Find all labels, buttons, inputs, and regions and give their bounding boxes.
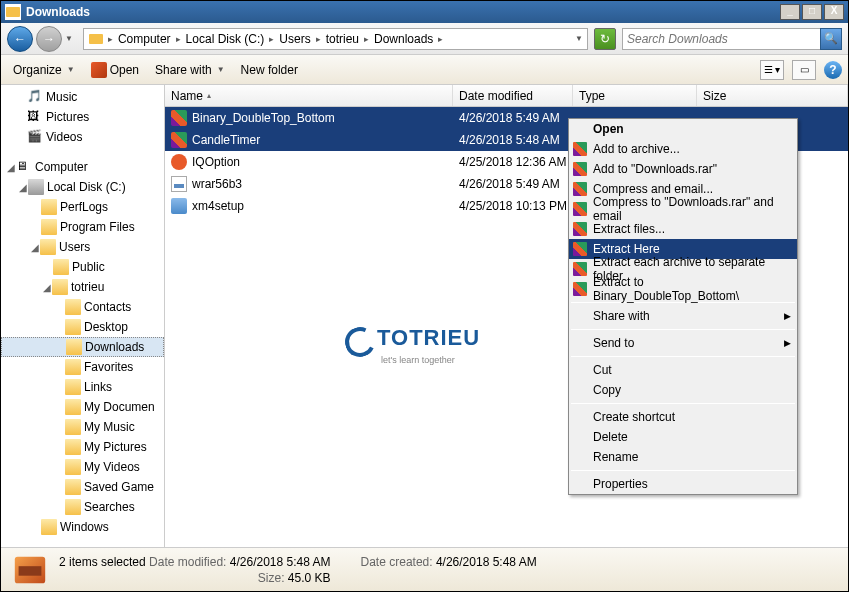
exe-file-icon	[171, 176, 187, 192]
search-input[interactable]	[623, 32, 821, 46]
expand-icon[interactable]: ◢	[17, 182, 28, 193]
tree-myvideos[interactable]: My Videos	[1, 457, 164, 477]
rar-icon	[91, 62, 107, 78]
breadcrumb-downloads[interactable]: Downloads	[371, 32, 436, 46]
new-folder-button[interactable]: New folder	[235, 60, 304, 80]
cm-share-with[interactable]: Share with▶	[569, 306, 797, 326]
breadcrumb-disk[interactable]: Local Disk (C:)	[183, 32, 268, 46]
open-button[interactable]: Open	[85, 59, 145, 81]
tree-programfiles[interactable]: Program Files	[1, 217, 164, 237]
rar-icon	[573, 202, 587, 216]
folder-icon	[65, 499, 81, 515]
folder-icon	[41, 199, 57, 215]
column-date[interactable]: Date modified	[453, 85, 573, 106]
tree-mymusic[interactable]: My Music	[1, 417, 164, 437]
tree-videos[interactable]: 🎬Videos	[1, 127, 164, 147]
xm-file-icon	[171, 198, 187, 214]
tree-panel: 🎵Music 🖼Pictures 🎬Videos ◢🖥Computer ◢Loc…	[1, 85, 165, 547]
folder-icon	[65, 379, 81, 395]
cm-copy[interactable]: Copy	[569, 380, 797, 400]
tree-savedgame[interactable]: Saved Game	[1, 477, 164, 497]
status-selected: 2 items selected	[59, 555, 146, 569]
maximize-button[interactable]: □	[802, 4, 822, 20]
cm-cut[interactable]: Cut	[569, 360, 797, 380]
tree-computer[interactable]: ◢🖥Computer	[1, 157, 164, 177]
rar-file-icon	[171, 110, 187, 126]
tree-totrieu[interactable]: ◢totrieu	[1, 277, 164, 297]
tree-mydocuments[interactable]: My Documen	[1, 397, 164, 417]
tree-music[interactable]: 🎵Music	[1, 87, 164, 107]
cm-properties[interactable]: Properties	[569, 474, 797, 494]
cm-extract-to[interactable]: Extract to Binary_DoubleTop_Bottom\	[569, 279, 797, 299]
svg-rect-0	[6, 7, 20, 17]
expand-icon[interactable]: ◢	[29, 242, 40, 253]
folder-icon	[88, 31, 104, 47]
tree-contacts[interactable]: Contacts	[1, 297, 164, 317]
share-with-button[interactable]: Share with▼	[149, 60, 231, 80]
tree-downloads[interactable]: Downloads	[1, 337, 164, 357]
cm-add-archive[interactable]: Add to archive...	[569, 139, 797, 159]
rar-icon	[573, 242, 587, 256]
breadcrumb-computer[interactable]: Computer	[115, 32, 174, 46]
music-icon: 🎵	[27, 89, 43, 105]
tree-desktop[interactable]: Desktop	[1, 317, 164, 337]
folder-icon	[65, 299, 81, 315]
tree-favorites[interactable]: Favorites	[1, 357, 164, 377]
file-name: CandleTimer	[192, 133, 260, 147]
tree-searches[interactable]: Searches	[1, 497, 164, 517]
window-title: Downloads	[26, 5, 780, 19]
breadcrumb-users[interactable]: Users	[276, 32, 313, 46]
expand-icon[interactable]: ◢	[41, 282, 52, 293]
search-icon[interactable]: 🔍	[820, 28, 842, 50]
cm-add-to[interactable]: Add to "Downloads.rar"	[569, 159, 797, 179]
submenu-arrow-icon: ▶	[784, 311, 791, 321]
folder-icon	[65, 399, 81, 415]
cm-delete[interactable]: Delete	[569, 427, 797, 447]
tree-public[interactable]: Public	[1, 257, 164, 277]
pictures-icon: 🖼	[27, 109, 43, 125]
help-button[interactable]: ?	[824, 61, 842, 79]
organize-button[interactable]: Organize▼	[7, 60, 81, 80]
column-type[interactable]: Type	[573, 85, 697, 106]
folder-icon	[66, 339, 82, 355]
tree-mypictures[interactable]: My Pictures	[1, 437, 164, 457]
column-size[interactable]: Size	[697, 85, 848, 106]
column-name[interactable]: Name▴	[165, 85, 453, 106]
file-name: wrar56b3	[192, 177, 242, 191]
tree-users[interactable]: ◢Users	[1, 237, 164, 257]
tree-localdisk[interactable]: ◢Local Disk (C:)	[1, 177, 164, 197]
minimize-button[interactable]: _	[780, 4, 800, 20]
file-date: 4/26/2018 5:48 AM	[453, 133, 573, 147]
folder-icon	[65, 419, 81, 435]
cm-send-to[interactable]: Send to▶	[569, 333, 797, 353]
tree-links[interactable]: Links	[1, 377, 164, 397]
breadcrumb-totrieu[interactable]: totrieu	[323, 32, 362, 46]
rar-icon	[573, 142, 587, 156]
refresh-button[interactable]: ↻	[594, 28, 616, 50]
drive-icon	[28, 179, 44, 195]
cm-open[interactable]: Open	[569, 119, 797, 139]
rar-icon	[573, 182, 587, 196]
rar-icon	[573, 262, 587, 276]
file-date: 4/25/2018 12:36 AM	[453, 155, 573, 169]
breadcrumb[interactable]: ▸ Computer▸ Local Disk (C:)▸ Users▸ totr…	[83, 28, 588, 50]
nav-bar: ← → ▼ ▸ Computer▸ Local Disk (C:)▸ Users…	[1, 23, 848, 55]
cm-create-shortcut[interactable]: Create shortcut	[569, 407, 797, 427]
history-dropdown[interactable]: ▼	[65, 34, 73, 43]
tree-windows[interactable]: Windows	[1, 517, 164, 537]
expand-icon[interactable]: ◢	[5, 162, 16, 173]
view-button[interactable]: ☰ ▾	[760, 60, 784, 80]
back-button[interactable]: ←	[7, 26, 33, 52]
tree-perflogs[interactable]: PerfLogs	[1, 197, 164, 217]
close-button[interactable]: X	[824, 4, 844, 20]
rar-icon	[573, 282, 587, 296]
svg-rect-1	[89, 34, 103, 44]
file-date: 4/26/2018 5:49 AM	[453, 177, 573, 191]
forward-button[interactable]: →	[36, 26, 62, 52]
tree-pictures[interactable]: 🖼Pictures	[1, 107, 164, 127]
preview-pane-button[interactable]: ▭	[792, 60, 816, 80]
folder-icon	[65, 459, 81, 475]
cm-rename[interactable]: Rename	[569, 447, 797, 467]
search-box[interactable]: 🔍	[622, 28, 842, 50]
cm-compress-to[interactable]: Compress to "Downloads.rar" and email	[569, 199, 797, 219]
